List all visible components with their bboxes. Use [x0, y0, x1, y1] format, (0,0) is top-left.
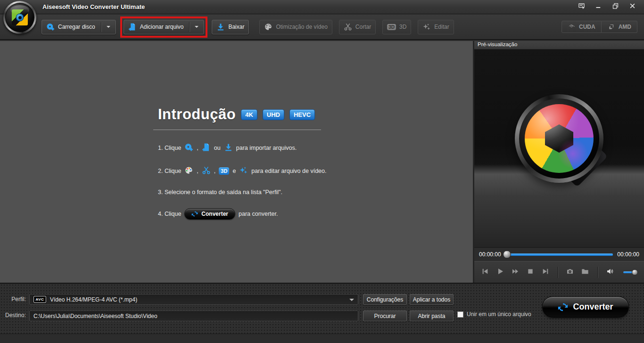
- video-enhance-label: Otimização de vídeo: [276, 24, 327, 30]
- snapshot-button[interactable]: [566, 268, 574, 277]
- edit-icon: [422, 23, 431, 31]
- amd-button[interactable]: AMD: [602, 21, 637, 33]
- load-disc-button[interactable]: Carregar disco: [41, 20, 116, 34]
- preview-video-area: [474, 49, 644, 247]
- browse-button[interactable]: Procurar: [363, 310, 407, 321]
- edit-button[interactable]: Editar: [418, 20, 454, 34]
- 3d-icon: 3D: [387, 24, 396, 30]
- skip-end-icon: [542, 268, 549, 275]
- apply-all-button[interactable]: Aplicar a todos: [410, 294, 454, 305]
- chevron-down-icon: [349, 299, 354, 303]
- app-window: Aiseesoft Video Converter Ultimate: [0, 0, 644, 343]
- skip-start-icon: [481, 268, 489, 275]
- preview-header: Pré-visualização: [474, 41, 644, 49]
- merge-checkbox[interactable]: [457, 311, 463, 318]
- speaker-icon: [606, 268, 614, 275]
- nvidia-icon: [568, 23, 576, 31]
- skip-end-button[interactable]: [542, 268, 549, 277]
- destination-label: Destino:: [0, 312, 26, 318]
- seek-slider[interactable]: [505, 253, 613, 256]
- aiseesoft-mark-icon: [12, 9, 28, 25]
- titlebar: Aiseesoft Video Converter Ultimate: [0, 0, 644, 14]
- settings-button[interactable]: Configurações: [363, 294, 407, 305]
- feedback-menu-button[interactable]: [574, 2, 588, 12]
- open-snapshot-folder-button[interactable]: [581, 268, 589, 277]
- window-title: Aiseesoft Video Converter Ultimate: [42, 3, 145, 10]
- open-folder-label: Abrir pasta: [418, 313, 445, 319]
- 3d-label: 3D: [399, 24, 406, 30]
- cuda-label: CUDA: [579, 24, 595, 30]
- add-file-icon: [128, 23, 137, 31]
- step1-text: para importar arquivos.: [236, 145, 297, 151]
- destination-value: C:\Users\Julia\Documents\Aiseesoft Studi…: [33, 313, 157, 319]
- step2-text: para editar arquivo de vídeo.: [251, 168, 326, 174]
- step4-text: para converter.: [239, 211, 278, 217]
- close-icon: [629, 2, 636, 11]
- destination-field[interactable]: C:\Users\Julia\Documents\Aiseesoft Studi…: [29, 310, 358, 321]
- aiseesoft-eye-icon: [16, 14, 24, 22]
- intro-step-2: 2. Clique , , 3D e para editar arquivo d…: [158, 166, 326, 176]
- volume-knob[interactable]: [632, 269, 638, 275]
- restore-button[interactable]: [608, 2, 622, 12]
- convert-inline-label: Converter: [201, 211, 228, 217]
- 3d-icon: 3D: [219, 167, 229, 175]
- seek-knob[interactable]: [503, 251, 511, 259]
- cut-button[interactable]: Cortar: [339, 20, 376, 34]
- load-disc-dropdown[interactable]: [106, 24, 111, 30]
- window-footer: [0, 334, 644, 343]
- badge-hevc: HEVC: [289, 109, 315, 120]
- profile-format-icon: AVC: [33, 296, 46, 303]
- profile-value: Vídeo H.264/MPEG-4 AVC (*.mp4): [50, 296, 137, 303]
- 3d-button[interactable]: 3D 3D: [382, 20, 411, 34]
- lens-gloss: [525, 104, 594, 173]
- cuda-button[interactable]: CUDA: [561, 21, 602, 33]
- step3-text: 3. Selecione o formato de saída na lista…: [158, 189, 282, 196]
- minimize-icon: [595, 2, 602, 11]
- mute-button[interactable]: [606, 268, 614, 277]
- stop-button[interactable]: [527, 268, 534, 277]
- cut-icon: [202, 166, 211, 176]
- profile-label: Perfil:: [0, 296, 26, 302]
- stop-icon: [527, 268, 534, 275]
- volume-slider[interactable]: [623, 271, 637, 273]
- add-file-dropdown[interactable]: [194, 24, 199, 30]
- skip-start-button[interactable]: [481, 268, 489, 277]
- convert-icon: [558, 302, 568, 312]
- load-disc-icon: [46, 23, 55, 31]
- play-icon: [496, 268, 504, 275]
- video-enhance-icon: [184, 166, 193, 176]
- close-button[interactable]: [625, 2, 639, 12]
- app-logo-icon: [5, 3, 34, 32]
- step1-separator: ou: [214, 145, 221, 151]
- minimize-button[interactable]: [591, 2, 605, 12]
- step2-separator: ,: [214, 168, 215, 174]
- add-file-button[interactable]: Adicionar arquivo: [124, 20, 205, 34]
- download-icon: [216, 23, 225, 31]
- video-enhance-button[interactable]: Otimização de vídeo: [259, 20, 332, 34]
- load-disc-label: Carregar disco: [58, 24, 95, 30]
- open-folder-button[interactable]: Abrir pasta: [410, 310, 454, 321]
- amd-label: AMD: [619, 24, 631, 30]
- hardware-accel-group: CUDA AMD: [561, 21, 637, 33]
- merge-option: Unir em um único arquivo: [457, 311, 531, 318]
- camera-icon: [566, 268, 574, 275]
- amd-icon: [607, 23, 616, 31]
- convert-button[interactable]: Converter: [542, 296, 629, 318]
- step2-text: 2. Clique: [158, 168, 181, 174]
- convert-icon: [191, 211, 198, 217]
- step1-separator: ,: [197, 145, 198, 151]
- cut-label: Cortar: [355, 24, 371, 30]
- output-bar: Perfil: AVC Vídeo H.264/MPEG-4 AVC (*.mp…: [0, 283, 644, 334]
- seek-row: 00:00:00 00:00:00: [474, 247, 644, 261]
- play-button[interactable]: [496, 268, 504, 277]
- fast-forward-button[interactable]: [512, 268, 519, 277]
- browse-label: Procurar: [374, 313, 396, 319]
- step1-text: 1. Clique: [158, 145, 181, 151]
- badge-4k: 4K: [241, 109, 257, 120]
- profile-dropdown[interactable]: AVC Vídeo H.264/MPEG-4 AVC (*.mp4): [29, 294, 358, 305]
- download-button[interactable]: Baixar: [212, 20, 249, 34]
- split-divider: [101, 22, 101, 32]
- app-logo[interactable]: [3, 1, 36, 34]
- step2-separator: e: [232, 168, 236, 174]
- toolbar: Carregar disco Adicionar arquivo Baixar …: [0, 15, 644, 40]
